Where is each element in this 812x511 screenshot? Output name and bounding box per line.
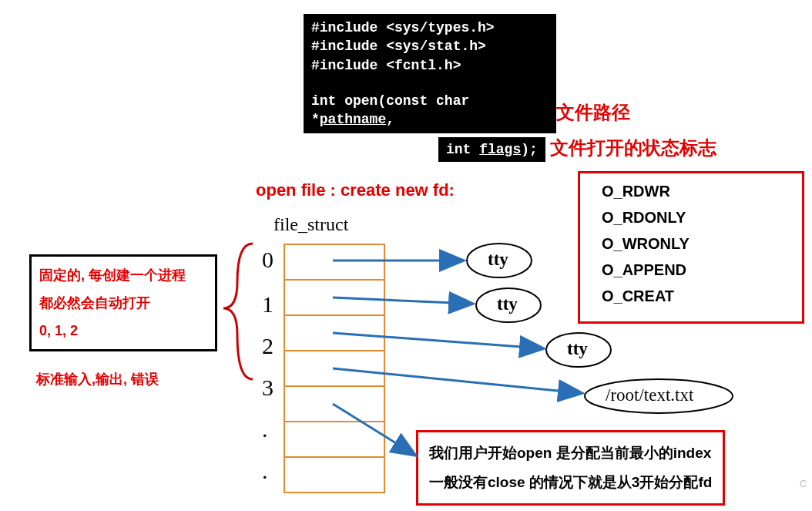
flag-item: O_WRONLY [602, 230, 780, 257]
fd-index: 1 [262, 291, 273, 318]
code-line: #include <fcntl.h> [311, 56, 549, 75]
fixed-fd-note: 固定的, 每创建一个进程 都必然会自动打开 0, 1, 2 [29, 254, 217, 351]
watermark: C [800, 478, 807, 489]
code-line: int open(const char *pathname, [311, 92, 549, 129]
code-flags-param: int flags); [438, 137, 545, 162]
flags-box: O_RDWR O_RDONLY O_WRONLY O_APPEND O_CREA… [578, 171, 804, 324]
fd-index: 0 [262, 247, 273, 273]
node-tty: tty [497, 294, 518, 314]
open-title: open file : create new fd: [256, 180, 455, 200]
stdio-label: 标准输入,输出, 错误 [36, 370, 159, 388]
note-line: 0, 1, 2 [39, 317, 207, 345]
note-line: 固定的, 每创建一个进程 [39, 261, 207, 289]
code-line: #include <sys/stat.h> [311, 37, 549, 55]
fd-index: . [262, 458, 268, 484]
fd-index: 2 [262, 333, 273, 359]
fd-index: 3 [262, 375, 273, 401]
node-tty: tty [567, 339, 588, 359]
file-struct-label: file_struct [273, 214, 348, 235]
flag-item: O_RDONLY [602, 204, 780, 230]
annotation-flags: 文件打开的状态标志 [550, 136, 716, 160]
note-line: 我们用户开始open 是分配当前最小的index [429, 439, 712, 468]
node-file: /root/text.txt [606, 385, 693, 405]
fd-index: . [262, 416, 268, 442]
note-line: 一般没有close 的情况下就是从3开始分配fd [429, 468, 712, 497]
flag-item: O_APPEND [602, 257, 780, 283]
fd-cell [284, 421, 385, 458]
flag-item: O_RDWR [602, 178, 780, 204]
fd-cell [284, 279, 385, 316]
code-includes: #include <sys/types.h> #include <sys/sta… [304, 14, 556, 133]
flag-item: O_CREAT [602, 283, 780, 309]
node-tty: tty [488, 250, 508, 270]
fd-cell [284, 456, 385, 493]
fd-cell [284, 244, 385, 281]
fd-cell [284, 314, 385, 351]
code-line: #include <sys/types.h> [311, 18, 549, 37]
fd-cell [284, 350, 385, 387]
alloc-note: 我们用户开始open 是分配当前最小的index 一般没有close 的情况下就… [416, 430, 725, 506]
note-line: 都必然会自动打开 [39, 289, 207, 317]
fd-cell [284, 385, 385, 422]
annotation-pathname: 文件路径 [556, 100, 630, 125]
